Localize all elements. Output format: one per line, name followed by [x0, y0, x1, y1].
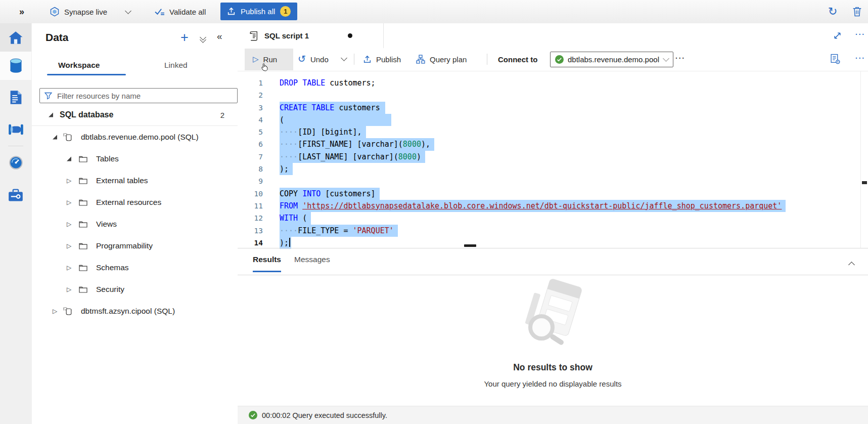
synapse-live-dropdown[interactable]: Synapse live — [50, 0, 130, 23]
panel-title: Data — [45, 31, 69, 44]
tree-item-dbtmsft-azsyn-cipool-sql[interactable]: ▷dbtmsft.azsyn.cipool (SQL) — [32, 300, 238, 322]
refresh-icon[interactable]: ↻ — [828, 4, 837, 19]
code-editor[interactable]: 1DROP TABLE customers;23CREATE TABLE cus… — [238, 71, 861, 254]
publish-all-button[interactable]: Publish all 1 — [220, 3, 297, 20]
collapse-all-icon[interactable] — [201, 35, 205, 40]
tree-item-security[interactable]: ▷Security — [32, 278, 238, 300]
tree-item-dbtlabs-revenue-demo-pool-sql[interactable]: dbtlabs.revenue.demo.pool (SQL) — [32, 126, 238, 148]
line-number: 1 — [238, 77, 263, 89]
code-line[interactable]: 2 — [238, 89, 861, 101]
run-button[interactable]: ▷ Run — [253, 48, 277, 70]
collapsed-caret-icon[interactable]: ▷ — [53, 308, 57, 314]
line-content: ····FILE_TYPE = 'PARQUET' — [280, 225, 398, 237]
tab-messages[interactable]: Messages — [294, 255, 330, 271]
pool-value: dbtlabs.revenue.demo.pool — [568, 55, 660, 64]
code-line[interactable]: 13····FILE_TYPE = 'PARQUET' — [238, 225, 861, 237]
expand-editor-icon[interactable] — [833, 31, 842, 40]
tree-item-sql-database[interactable]: SQL database2 — [32, 104, 238, 126]
tree-item-external-tables[interactable]: ▷External tables — [32, 169, 238, 191]
tab-results[interactable]: Results — [253, 255, 281, 272]
undo-dropdown-chevron[interactable] — [341, 55, 347, 61]
query-plan-button[interactable]: Query plan — [416, 48, 467, 70]
line-content: ····[FIRST_NAME] [varchar](8000), — [280, 138, 434, 150]
hub-manage[interactable] — [0, 181, 31, 209]
undo-icon: ↺ — [298, 55, 306, 63]
toolbar-more-icon[interactable]: ··· — [675, 54, 686, 62]
collapsed-caret-icon[interactable]: ▷ — [67, 265, 71, 271]
expanded-caret-icon[interactable] — [49, 112, 53, 117]
item-count: 2 — [220, 110, 224, 119]
line-content — [280, 175, 288, 187]
line-number: 7 — [238, 151, 263, 163]
toolbar-divider — [354, 54, 354, 65]
collapsed-caret-icon[interactable]: ▷ — [67, 199, 71, 205]
collapsed-caret-icon[interactable]: ▷ — [67, 178, 71, 184]
validate-label: Validate all — [169, 8, 206, 16]
properties-icon[interactable] — [830, 54, 840, 64]
code-line[interactable]: 5····[ID] [bigint], — [238, 126, 861, 138]
code-line[interactable]: 8); — [238, 163, 861, 175]
mode-label: Synapse live — [64, 8, 107, 16]
code-line[interactable]: 3CREATE TABLE customers — [238, 102, 861, 114]
empty-subtitle: Your query yielded no displayable result… — [238, 379, 868, 388]
code-line[interactable]: 11FROM 'https://dbtlabsynapsedatalake.bl… — [238, 200, 861, 212]
line-number: 6 — [238, 138, 263, 150]
text-cursor — [289, 238, 290, 247]
collapsed-caret-icon[interactable]: ▷ — [67, 221, 71, 227]
tab-more-icon[interactable]: ··· — [855, 30, 865, 38]
add-resource-button[interactable]: + — [180, 30, 189, 46]
code-line[interactable]: 12WITH ( — [238, 212, 861, 224]
publish-button[interactable]: Publish — [363, 48, 401, 70]
undo-button[interactable]: ↺ Undo — [298, 48, 329, 70]
status-text: 00:00:02 Query executed successfully. — [262, 411, 387, 419]
code-line[interactable]: 14); — [238, 237, 861, 249]
database-icon — [63, 133, 72, 142]
tree-item-external-resources[interactable]: ▷External resources — [32, 191, 238, 213]
results-empty-state: No results to show Your query yielded no… — [238, 275, 868, 406]
expanded-caret-icon[interactable] — [67, 156, 71, 161]
code-line[interactable]: 9 — [238, 175, 861, 187]
pool-select-dropdown[interactable]: dbtlabs.revenue.demo.pool — [550, 52, 673, 67]
line-number: 8 — [238, 163, 263, 175]
synapse-hexagon-icon — [50, 7, 60, 17]
collapsed-caret-icon[interactable]: ▷ — [67, 286, 71, 292]
expand-panel-icon[interactable]: » — [19, 0, 24, 23]
code-line[interactable]: 7····[LAST_NAME] [varchar](8000) — [238, 151, 861, 163]
rail-divider — [8, 146, 23, 146]
collapsed-caret-icon[interactable]: ▷ — [67, 243, 71, 249]
folder-icon — [79, 199, 87, 206]
collapse-results-icon[interactable] — [848, 262, 855, 268]
tab-linked[interactable]: Linked — [164, 61, 188, 70]
home-icon — [8, 31, 23, 45]
editor-more-icon[interactable]: ··· — [855, 54, 865, 62]
tree-item-programmability[interactable]: ▷Programmability — [32, 235, 238, 257]
hub-integrate[interactable] — [0, 115, 31, 144]
filter-funnel-icon — [44, 92, 52, 100]
trash-icon[interactable] — [852, 6, 862, 17]
line-number: 14 — [238, 237, 263, 249]
tree-item-views[interactable]: ▷Views — [32, 213, 238, 235]
hub-data[interactable] — [0, 52, 31, 80]
expanded-caret-icon[interactable] — [53, 135, 57, 139]
code-line[interactable]: 4( — [238, 114, 861, 126]
toolbar-divider — [487, 54, 487, 65]
hub-develop[interactable] — [0, 83, 31, 111]
line-content: ( — [280, 114, 391, 126]
code-line[interactable]: 6····[FIRST_NAME] [varchar](8000), — [238, 138, 861, 150]
tree-item-tables[interactable]: Tables — [32, 148, 238, 169]
code-line[interactable]: 10COPY INTO [customers] — [238, 188, 861, 200]
hub-home[interactable] — [0, 23, 31, 52]
collapse-panel-icon[interactable]: « — [217, 31, 222, 42]
hub-monitor[interactable] — [0, 148, 31, 177]
validate-all-button[interactable]: Validate all — [155, 0, 206, 23]
database-icon — [63, 307, 72, 316]
splitter-drag-handle[interactable] — [464, 244, 476, 247]
filter-input[interactable] — [56, 91, 233, 101]
tab-sql-script-1[interactable]: SQL script 1 — [241, 23, 384, 48]
tree-item-schemas[interactable]: ▷Schemas — [32, 257, 238, 278]
tab-workspace[interactable]: Workspace — [58, 61, 100, 70]
editor-scrollbar[interactable] — [860, 71, 868, 248]
empty-title: No results to show — [238, 362, 868, 373]
code-line[interactable]: 1DROP TABLE customers; — [238, 77, 861, 89]
validate-check-icon — [155, 8, 165, 16]
